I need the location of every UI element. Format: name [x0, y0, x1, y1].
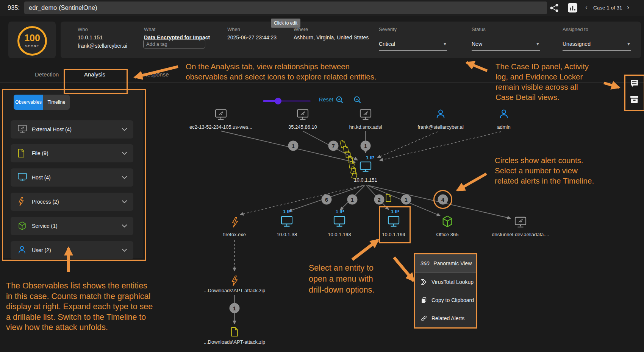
ip-count-badge: 1 IP	[336, 209, 344, 214]
observables-panel-highlight-box	[2, 89, 146, 261]
menu-item-copy-to-clipboard[interactable]: Copy to Clipboard	[415, 291, 476, 309]
zoom-in-icon[interactable]	[336, 96, 344, 104]
top-bar: 935: ‹ Case 1 of 31 ›	[0, 0, 644, 16]
node-host-icon[interactable]	[359, 161, 372, 173]
alert-count-badge[interactable]: 2	[374, 195, 385, 205]
chevron-down-icon: ▼	[536, 42, 540, 46]
node-service-icon[interactable]	[441, 215, 454, 228]
share-icon[interactable]	[549, 3, 559, 13]
node-external-host-icon[interactable]	[214, 109, 227, 120]
assigned-label: Assigned to	[563, 26, 588, 32]
chart-view-icon[interactable]	[567, 3, 578, 13]
case-number: 935:	[8, 4, 20, 11]
tab-response[interactable]: Response	[143, 71, 169, 78]
menu-item-virustotal-lookup[interactable]: VirusTotal Lookup	[415, 273, 476, 291]
node-label: admin	[460, 124, 547, 130]
node-external-host-icon[interactable]	[296, 109, 309, 120]
entity-highlight-box	[379, 206, 411, 243]
status-dropdown[interactable]: New ▼	[472, 41, 540, 51]
node-host-icon[interactable]	[280, 216, 293, 227]
node-label: ec2-13-52-234-105.us-wes...	[177, 124, 264, 130]
virustotal-icon	[420, 279, 427, 285]
case-pagination: Case 1 of 31	[593, 5, 622, 11]
who-label: Who	[78, 26, 88, 32]
alert-count-badge[interactable]: 6	[322, 195, 332, 205]
where-value: Ashburn, Virginia, United States	[294, 34, 369, 40]
link-icon	[420, 315, 427, 322]
score-ring: 100 SCORE	[17, 26, 47, 56]
alert-count-badge[interactable]: 1	[361, 141, 371, 151]
when-value: 2025-06-27 23:44:23	[227, 34, 277, 40]
who-ip: 10.0.1.151	[78, 34, 103, 40]
entity-context-menu: 360 Panoramic View VirusTotal Lookup Cop…	[414, 253, 477, 329]
node-user-icon[interactable]	[435, 109, 446, 119]
severity-value: Critical	[379, 41, 395, 47]
assigned-dropdown[interactable]: Unassigned ▼	[563, 41, 631, 51]
alert-count-badge[interactable]: 1	[288, 141, 299, 151]
case-title-input[interactable]	[24, 2, 547, 14]
node-label: dnstunnel-dev.aelladata....	[477, 232, 564, 237]
severity-label: Severity	[379, 26, 397, 32]
node-label: ...Downloads\APT-attack.zip	[191, 288, 278, 293]
graph-zoom-slider[interactable]	[263, 98, 311, 104]
case-detail-page: 935: ‹ Case 1 of 31 › 100 SCORE	[0, 0, 644, 352]
badge-highlight-circle	[433, 190, 452, 209]
reset-button[interactable]: Reset	[319, 97, 333, 103]
copy-icon	[420, 297, 427, 304]
zoom-out-icon[interactable]	[353, 96, 362, 104]
node-host-icon[interactable]	[333, 216, 346, 227]
node-process-icon[interactable]	[230, 275, 239, 287]
node-user-icon[interactable]	[499, 109, 509, 119]
severity-dropdown[interactable]: Critical ▼	[379, 41, 447, 51]
alert-count-badge[interactable]: 1	[401, 195, 411, 205]
prev-case-button[interactable]: ‹	[585, 3, 588, 11]
alert-count-badge[interactable]: 1	[230, 303, 240, 313]
annotation-analysis-tab: On the Analysis tab, view relationships …	[186, 61, 377, 82]
ip-count-badge: 1 IP	[283, 209, 291, 214]
node-external-host-icon[interactable]	[514, 216, 527, 228]
node-external-host-icon[interactable]	[359, 109, 372, 120]
chevron-down-icon: ▼	[627, 42, 631, 46]
score-value: 100	[19, 33, 45, 44]
slider-thumb[interactable]	[275, 98, 281, 104]
annotation-case-panels: The Case ID panel, Activity log, and Evi…	[496, 61, 589, 102]
status-label: Status	[472, 26, 486, 32]
360-icon: 360	[420, 260, 429, 266]
status-value: New	[472, 41, 482, 47]
tab-detection[interactable]: Detection	[35, 71, 59, 78]
file-icon	[385, 194, 392, 202]
who-user: frank@stellarcyber.ai	[78, 43, 127, 49]
node-label: 10.0.1.151	[322, 177, 409, 183]
node-label: ...Downloads\APT-attack.zip	[191, 339, 278, 345]
node-file-icon[interactable]	[230, 327, 239, 337]
alert-count-badge[interactable]: 7	[328, 141, 339, 151]
add-tag-input[interactable]	[143, 39, 205, 48]
annotation-entity-menu: Select an entity to open a menu with dri…	[309, 263, 374, 296]
menu-item-panoramic-view[interactable]: 360 Panoramic View	[415, 254, 476, 273]
what-label: What	[144, 26, 155, 32]
annotation-alert-counts: Circles show alert counts. Select a numb…	[495, 155, 594, 186]
when-label: When	[227, 26, 240, 32]
node-process-icon[interactable]	[231, 216, 239, 228]
side-icons-highlight-box	[624, 75, 644, 111]
annotation-observables-list: The Observables list shows the entities …	[6, 281, 153, 333]
node-label: hn.kd.smx.adsl	[322, 124, 409, 130]
ip-count-badge: 1 IP	[366, 155, 374, 160]
score-panel: 100 SCORE	[8, 22, 56, 58]
menu-item-related-alerts[interactable]: Related Alerts	[415, 309, 476, 327]
click-to-edit-tooltip: Click to edit	[271, 19, 300, 28]
chevron-down-icon: ▼	[443, 42, 447, 46]
alert-count-badge[interactable]: 1	[347, 195, 358, 205]
next-case-button[interactable]: ›	[627, 3, 629, 11]
score-label: SCORE	[19, 44, 45, 48]
case-header-panel: Who 10.0.1.151 frank@stellarcyber.ai Wha…	[61, 22, 641, 58]
assigned-value: Unassigned	[563, 41, 591, 47]
